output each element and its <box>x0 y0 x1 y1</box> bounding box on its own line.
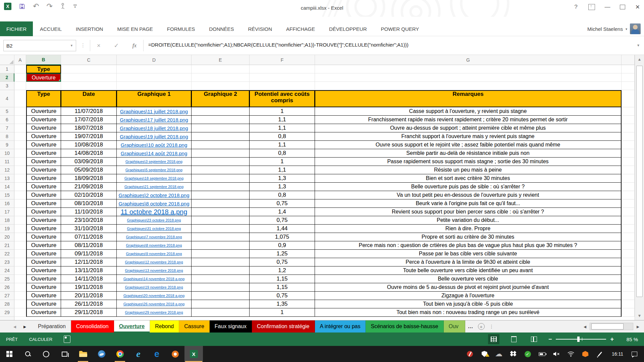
remarque-cell[interactable]: Toute belle ouverture vers cible identif… <box>315 266 622 275</box>
column-header-f[interactable]: F <box>250 55 315 65</box>
graphique-hyperlink[interactable]: 11 octobre 2018 a.png <box>121 208 187 216</box>
sheet-tab-confirmation-strat-gie[interactable]: Confirmation stratégie <box>252 320 315 333</box>
row-header-16[interactable]: 16 <box>0 199 14 208</box>
type-label-cell[interactable]: Type <box>26 65 61 73</box>
type-cell[interactable]: Ouverture <box>26 300 61 308</box>
graphique-hyperlink[interactable]: Graphiques\9 novembre 2018.png <box>126 252 182 256</box>
cell[interactable] <box>192 82 250 90</box>
expand-formula-bar-icon[interactable]: ▾ <box>637 43 639 48</box>
potentiel-cell[interactable]: 0,75 <box>250 199 315 208</box>
graphique2-cell[interactable] <box>192 216 250 225</box>
cell[interactable] <box>26 82 61 90</box>
scroll-left-icon[interactable]: ◂ <box>584 323 586 330</box>
date-cell[interactable]: 20/11/2018 <box>61 292 117 300</box>
zoom-slider[interactable] <box>556 339 606 340</box>
graphique1-cell[interactable]: Graphiques\29 novembre 2018.png <box>117 308 192 317</box>
zoom-in-icon[interactable]: + <box>610 336 614 343</box>
zoom-slider-thumb[interactable] <box>577 337 580 342</box>
remarque-cell[interactable]: Belle ouverture vers cible <box>315 275 622 283</box>
potentiel-cell[interactable]: 1,3 <box>250 174 315 183</box>
cell[interactable] <box>14 149 26 158</box>
type-cell[interactable]: Ouverture <box>26 266 61 275</box>
cell[interactable] <box>14 174 26 183</box>
cell[interactable] <box>14 141 26 149</box>
remarque-cell[interactable]: Revient sous support pour bien percer sa… <box>315 208 622 216</box>
date-cell[interactable]: 29/11/2018 <box>61 308 117 317</box>
row-header-22[interactable]: 22 <box>0 250 14 258</box>
row-header-1[interactable]: 1 <box>0 65 14 73</box>
sheet-tab-rebond[interactable]: Rebond <box>150 320 179 333</box>
zoom-out-icon[interactable]: − <box>548 336 552 343</box>
cell[interactable] <box>622 82 635 90</box>
graphique1-cell[interactable]: Graphiques\11 juillet 2018.png <box>117 107 192 116</box>
cell[interactable] <box>14 73 26 82</box>
date-cell[interactable]: 18/07/2018 <box>61 124 117 132</box>
type-cell[interactable]: Ouverture <box>26 107 61 116</box>
graphique-hyperlink[interactable]: Graphiques\13 novembre 2018.png <box>125 268 183 273</box>
date-cell[interactable]: 26/11/2018 <box>61 300 117 308</box>
graphique2-cell[interactable] <box>192 174 250 183</box>
potentiel-cell[interactable]: 0,8 <box>250 132 315 141</box>
row-header-11[interactable]: 11 <box>0 158 14 166</box>
ccleaner-icon[interactable] <box>464 351 476 357</box>
ribbon-tab-power-query[interactable]: POWER QUERY <box>374 26 426 32</box>
graphique2-cell[interactable] <box>192 132 250 141</box>
graphique2-cell[interactable] <box>192 308 250 317</box>
graphique-hyperlink[interactable]: Graphiques\3 septembre 2018.png <box>125 160 182 164</box>
tab-fichier[interactable]: FICHIER <box>0 21 33 36</box>
remarque-cell[interactable]: Franchissement rapide mais revient rapid… <box>315 116 622 124</box>
ribbon-tab-formules[interactable]: FORMULES <box>160 26 202 32</box>
type-cell[interactable]: Ouverture <box>26 241 61 250</box>
potentiel-cell[interactable]: 1,25 <box>250 250 315 258</box>
cell[interactable] <box>14 241 26 250</box>
graphique-hyperlink[interactable]: Graphiques\11 juillet 2018.png <box>120 109 188 114</box>
wifi-icon[interactable] <box>565 351 577 357</box>
remarque-cell[interactable]: Rien à dire. Propre <box>315 225 622 233</box>
name-box-dropdown-icon[interactable]: ▼ <box>70 44 73 47</box>
cell[interactable] <box>14 233 26 241</box>
type-cell[interactable]: Ouverture <box>26 124 61 132</box>
potentiel-cell[interactable]: 1,1 <box>250 166 315 174</box>
type-cell[interactable]: Ouverture <box>26 216 61 225</box>
graphique1-cell[interactable]: Graphiques\2 octobre 2018.png <box>117 191 192 199</box>
cell[interactable] <box>14 183 26 191</box>
graphique-hyperlink[interactable]: Graphiques\8 octobre 2018.png <box>119 201 190 206</box>
zoom-level[interactable]: 85 % <box>623 337 638 342</box>
cell[interactable] <box>14 308 26 317</box>
cell[interactable] <box>61 82 117 90</box>
graphique2-cell[interactable] <box>192 292 250 300</box>
graphique2-cell[interactable] <box>192 283 250 292</box>
graphique1-cell[interactable]: Graphiques\21 septembre 2018.png <box>117 183 192 191</box>
graphique2-cell[interactable] <box>192 166 250 174</box>
row-header-19[interactable]: 19 <box>0 225 14 233</box>
cell[interactable] <box>14 82 26 90</box>
row-header-18[interactable]: 18 <box>0 216 14 225</box>
graphique2-cell[interactable] <box>192 241 250 250</box>
potentiel-cell[interactable]: 1 <box>250 107 315 116</box>
remarque-cell[interactable]: Franchit support à l'ouverture mais y re… <box>315 132 622 141</box>
potentiel-cell[interactable]: 1,2 <box>250 266 315 275</box>
date-cell[interactable]: 07/11/2018 <box>61 233 117 241</box>
onedrive-icon[interactable]: ☁ <box>493 351 504 357</box>
potentiel-cell[interactable]: 1,15 <box>250 283 315 292</box>
graphique-hyperlink[interactable]: Graphiques\17 juillet 2018.png <box>120 117 188 123</box>
remarque-cell[interactable]: Belle ouverture puis pas de sible : où s… <box>315 183 622 191</box>
edge-icon[interactable]: e <box>148 346 166 362</box>
date-cell[interactable]: 12/11/2018 <box>61 258 117 266</box>
graphique-hyperlink[interactable]: Graphiques\8 novembre 2018.png <box>126 243 182 247</box>
date-cell[interactable]: 10/08/2018 <box>61 141 117 149</box>
potentiel-cell[interactable]: 1,1 <box>250 141 315 149</box>
date-cell[interactable]: 05/09/2018 <box>61 166 117 174</box>
ribbon-tab-accueil[interactable]: ACCUEIL <box>33 26 69 32</box>
graphique-hyperlink[interactable]: Graphiques\10 août 2018.png <box>121 142 187 148</box>
page-layout-view-button[interactable] <box>508 334 520 344</box>
graphique-hyperlink[interactable]: Graphiques\29 novembre 2018.png <box>125 310 183 314</box>
date-cell[interactable]: 14/08/2018 <box>61 149 117 158</box>
internet-explorer-icon[interactable]: e <box>129 346 148 362</box>
sheet-tab-ouverture-bis[interactable]: Ouv <box>444 320 465 333</box>
cell[interactable] <box>117 82 192 90</box>
remarque-cell[interactable]: Tout bien mais non : nouveau trading ran… <box>315 308 622 317</box>
date-cell[interactable]: 11/10/2018 <box>61 208 117 216</box>
cell[interactable] <box>61 65 117 73</box>
cell[interactable] <box>14 292 26 300</box>
